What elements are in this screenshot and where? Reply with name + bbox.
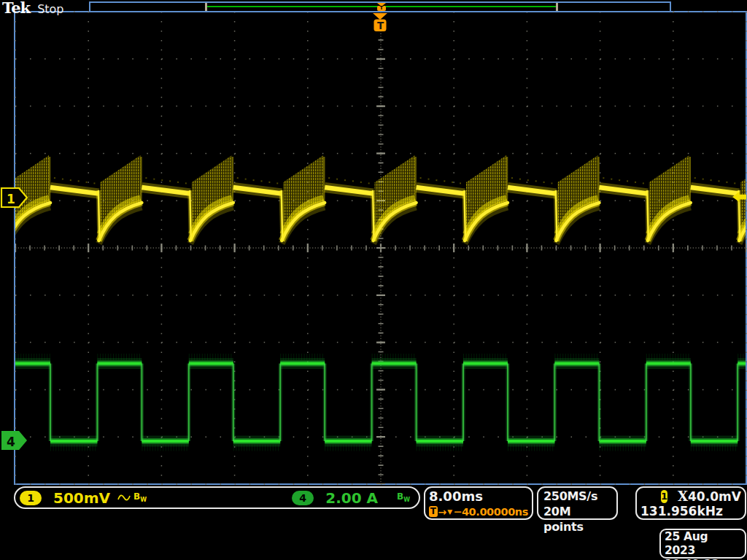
trigger-source-badge: 1 — [661, 490, 667, 503]
ch4-ground-marker[interactable]: 4 — [1, 431, 27, 450]
ch1-bandwidth-icon: BW — [133, 491, 147, 503]
acquisition-status: Stop — [37, 2, 63, 16]
trigger-frequency: 131.956kHz — [640, 504, 741, 519]
sample-rate: 250MS/s — [543, 489, 611, 504]
trigger-position-marker[interactable]: T — [373, 13, 387, 31]
horizontal-readout-box[interactable]: 8.00ms T → ▼ −40.00000ns — [424, 486, 533, 520]
trigger-position-small-marker[interactable]: T — [377, 6, 386, 11]
ch1-badge[interactable]: 1 — [20, 491, 42, 505]
ch4-badge[interactable]: 4 — [292, 491, 314, 505]
scope-display: T 1 4 — [0, 0, 747, 560]
ac-coupling-icon — [117, 494, 131, 502]
oscilloscope-screen: TekStop T T 1 — [0, 0, 747, 560]
acquisition-preview-bar[interactable]: T — [89, 1, 671, 12]
ch1-trace — [7, 155, 747, 244]
ch4-trace — [6, 357, 746, 448]
ch1-marker-label: 1 — [7, 192, 15, 206]
trigger-position-label: T — [377, 20, 384, 31]
channel-readout-box[interactable]: 1 500mV BW 4 2.00 A BW — [14, 486, 420, 509]
ch1-scale: 500mV — [53, 489, 110, 507]
horizontal-delay: −40.00000ns — [453, 506, 528, 518]
tek-logo: Tek — [2, 0, 30, 17]
trigger-readout-box[interactable]: 1 X 40.0mV 131.956kHz — [635, 486, 746, 520]
trigger-slope-icon: X — [678, 489, 688, 504]
datetime-box: 25 Aug 2023 10:49:33 — [659, 529, 746, 559]
ch4-marker-label: 4 — [7, 435, 15, 449]
trigger-level: 40.0mV — [688, 489, 743, 504]
ch4-scale: 2.00 A — [325, 489, 378, 507]
acquisition-readout-box[interactable]: 250MS/s 20M points — [537, 486, 618, 520]
trigger-t-icon: T — [429, 506, 438, 517]
trigger-position-triangle-icon — [373, 13, 387, 20]
expansion-bracket-left-icon — [205, 3, 207, 11]
ch4-bandwidth-icon: BW — [397, 491, 410, 503]
date-label: 25 Aug 2023 — [665, 530, 741, 558]
triangle-down-icon: ▼ — [447, 508, 452, 516]
horizontal-scale: 8.00ms — [429, 489, 528, 504]
record-length: 20M points — [543, 504, 611, 534]
status-bar: TekStop — [2, 0, 64, 17]
arrow-right-icon: → — [438, 506, 447, 518]
graticule-grid — [15, 12, 746, 484]
expansion-bracket-right-icon — [556, 3, 558, 11]
